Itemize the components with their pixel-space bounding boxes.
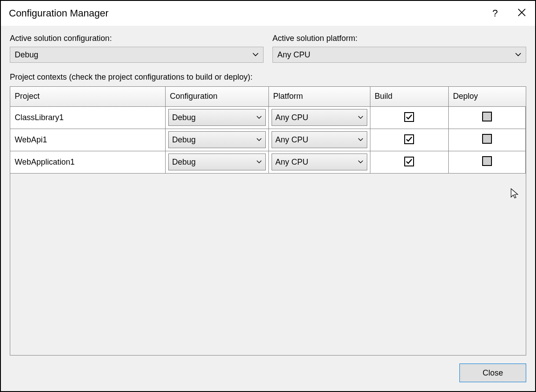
active-config-value: Debug (15, 50, 252, 60)
platform-cell: Any CPU (268, 151, 370, 173)
help-button[interactable]: ? (482, 1, 508, 26)
active-platform-dropdown[interactable]: Any CPU (272, 47, 526, 63)
header-project[interactable]: Project (10, 87, 165, 106)
active-platform-label: Active solution platform: (272, 34, 526, 43)
configuration-value: Debug (172, 158, 256, 167)
configuration-cell: Debug (165, 151, 268, 173)
platform-dropdown[interactable]: Any CPU (272, 154, 367, 170)
deploy-cell (448, 129, 526, 151)
project-cell[interactable]: ClassLibrary1 (10, 106, 165, 129)
project-grid-container: Project Configuration Platform Build Dep… (10, 86, 526, 356)
active-platform-group: Active solution platform: Any CPU (272, 34, 526, 63)
header-platform[interactable]: Platform (268, 87, 370, 106)
grid-empty-area (10, 174, 526, 356)
configuration-cell: Debug (165, 106, 268, 129)
deploy-checkbox (482, 112, 492, 121)
chevron-down-icon (252, 52, 259, 58)
deploy-checkbox (482, 134, 492, 144)
grid-header-row: Project Configuration Platform Build Dep… (10, 87, 526, 106)
close-button[interactable]: Close (459, 364, 526, 382)
help-icon: ? (492, 8, 498, 19)
build-checkbox[interactable] (404, 157, 414, 166)
chevron-down-icon (515, 52, 521, 58)
configuration-dropdown[interactable]: Debug (168, 109, 266, 126)
chevron-down-icon (256, 113, 262, 122)
chevron-down-icon (358, 113, 363, 122)
configuration-dropdown[interactable]: Debug (168, 154, 266, 170)
build-cell (370, 129, 448, 151)
deploy-cell (448, 151, 526, 173)
platform-value: Any CPU (276, 135, 358, 145)
platform-cell: Any CPU (268, 129, 370, 151)
mouse-cursor-icon (511, 188, 520, 201)
chevron-down-icon (256, 135, 262, 145)
active-config-label: Active solution configuration: (10, 34, 264, 43)
close-button-label: Close (483, 368, 503, 378)
close-window-button[interactable] (508, 1, 535, 26)
project-cell[interactable]: WebApi1 (10, 129, 165, 151)
table-row: WebApi1DebugAny CPU (10, 129, 526, 151)
header-deploy[interactable]: Deploy (448, 87, 526, 106)
project-contexts-label: Project contexts (check the project conf… (10, 73, 526, 82)
configuration-value: Debug (172, 113, 256, 122)
active-platform-value: Any CPU (277, 50, 515, 60)
header-configuration[interactable]: Configuration (165, 87, 268, 106)
table-row: WebApplication1DebugAny CPU (10, 151, 526, 173)
dialog-footer: Close (10, 356, 526, 382)
deploy-cell (448, 106, 526, 129)
platform-dropdown[interactable]: Any CPU (272, 109, 367, 126)
top-row: Active solution configuration: Debug Act… (10, 34, 526, 63)
platform-cell: Any CPU (268, 106, 370, 129)
project-cell[interactable]: WebApplication1 (10, 151, 165, 173)
configuration-dropdown[interactable]: Debug (168, 131, 266, 148)
header-build[interactable]: Build (370, 87, 448, 106)
titlebar: Configuration Manager ? (1, 1, 535, 26)
active-config-dropdown[interactable]: Debug (10, 47, 264, 63)
deploy-checkbox (482, 156, 492, 166)
platform-value: Any CPU (276, 158, 358, 167)
platform-dropdown[interactable]: Any CPU (272, 131, 367, 148)
active-config-group: Active solution configuration: Debug (10, 34, 264, 63)
project-grid: Project Configuration Platform Build Dep… (10, 87, 526, 174)
chevron-down-icon (358, 158, 363, 167)
dialog-title: Configuration Manager (9, 8, 482, 19)
build-checkbox[interactable] (404, 134, 414, 144)
build-cell (370, 106, 448, 129)
chevron-down-icon (358, 135, 363, 145)
chevron-down-icon (256, 158, 262, 167)
close-icon (518, 8, 526, 19)
table-row: ClassLibrary1DebugAny CPU (10, 106, 526, 129)
build-cell (370, 151, 448, 173)
dialog-body: Active solution configuration: Debug Act… (1, 26, 535, 391)
configuration-cell: Debug (165, 129, 268, 151)
configuration-manager-dialog: Configuration Manager ? Active solution … (0, 0, 536, 392)
configuration-value: Debug (172, 135, 256, 145)
platform-value: Any CPU (276, 113, 358, 122)
build-checkbox[interactable] (404, 112, 414, 122)
